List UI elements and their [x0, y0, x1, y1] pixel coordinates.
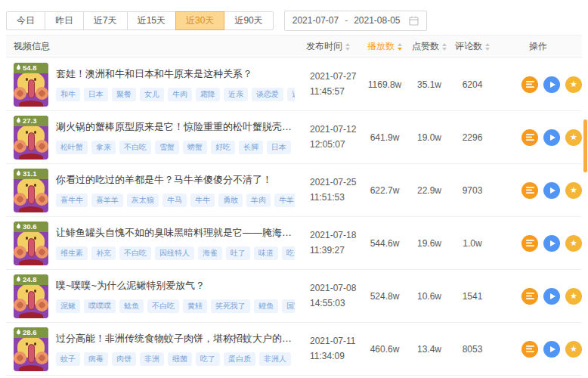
column-header-publish-time[interactable]: 发布时间 [295, 40, 361, 53]
video-tag[interactable]: 喜羊羊 [91, 194, 123, 207]
video-tag[interactable]: 维生素 [56, 246, 88, 260]
video-tag[interactable]: 日本 [84, 88, 108, 101]
play-video-button[interactable] [543, 76, 560, 93]
video-tag[interactable]: 聚餐 [112, 88, 136, 101]
quick-range-7d[interactable]: 近7天 [83, 11, 128, 30]
play-video-button[interactable] [543, 341, 560, 358]
data-detail-button[interactable] [521, 288, 538, 305]
video-tag[interactable]: 非洲人 [259, 352, 291, 366]
video-tag[interactable]: 非洲 [140, 352, 164, 366]
favorite-button[interactable]: ★ [565, 235, 582, 252]
video-tag[interactable]: 肉饼 [112, 352, 136, 366]
video-tag[interactable]: 雪蟹 [155, 141, 179, 154]
video-tag[interactable]: 螃蟹 [183, 141, 207, 154]
favorite-button[interactable]: ★ [565, 182, 582, 199]
video-thumbnail[interactable]: 27.3 [14, 116, 48, 160]
video-title[interactable]: 噗~噗噗~为什么泥鳅特别爱放气？ [56, 279, 295, 293]
video-tag[interactable]: 长脚 [239, 141, 263, 154]
video-tag[interactable]: 黄鳝 [183, 299, 207, 313]
video-tag[interactable]: 蛋白质 [224, 352, 255, 366]
video-title[interactable]: 让鲱鱼罐头自愧不如的臭味黑暗料理就是它——腌海雀！ [56, 226, 295, 240]
video-tag[interactable]: 羊肉 [246, 194, 271, 207]
video-tag[interactable]: 近亲结婚 [287, 88, 295, 101]
play-video-button[interactable] [543, 182, 560, 199]
date-range-picker[interactable]: 2021-07-07 - 2021-08-05 [284, 11, 427, 31]
video-tag[interactable]: 牛牛 [190, 194, 215, 207]
video-tag[interactable]: 细菌 [168, 352, 192, 366]
data-detail-button[interactable] [521, 235, 538, 252]
video-tag[interactable]: 噗噗噗 [84, 299, 116, 313]
quick-range-15d[interactable]: 近15天 [127, 11, 176, 30]
video-tag[interactable]: 吐了 [226, 246, 250, 260]
quick-range-yesterday[interactable]: 昨日 [45, 11, 84, 30]
favorite-button[interactable]: ★ [565, 76, 582, 93]
video-thumbnail[interactable]: 24.8 [14, 274, 48, 318]
data-detail-button[interactable] [521, 76, 538, 93]
video-tag[interactable]: 鲶鱼 [119, 299, 144, 313]
video-title[interactable]: 套娃！澳洲和牛和日本和牛原来是这种关系？ [56, 67, 295, 81]
calendar-icon[interactable] [409, 16, 419, 26]
video-tag[interactable]: 牛羊 [274, 194, 295, 207]
data-detail-button[interactable] [521, 182, 538, 199]
sort-carets-icon[interactable] [345, 43, 350, 51]
video-tag[interactable]: 不白吃 [119, 246, 151, 260]
favorite-button[interactable]: ★ [565, 288, 582, 305]
video-tag[interactable]: 补充 [91, 246, 116, 260]
video-tag[interactable]: 海雀 [198, 246, 222, 260]
favorite-button[interactable]: ★ [565, 341, 582, 358]
video-tag[interactable]: 日本 [267, 141, 291, 154]
play-icon [550, 135, 556, 141]
video-title[interactable]: 你看过的吃过的羊都是牛？马牛羊傻傻分不清了！ [56, 173, 295, 187]
publish-time: 11:39:27 [310, 243, 361, 258]
video-tag[interactable]: 谈恋爱 [252, 88, 283, 101]
video-tag[interactable]: 和牛 [56, 88, 80, 101]
publish-time: 11:45:57 [310, 85, 361, 99]
quick-range-30d[interactable]: 近30天 [175, 11, 224, 30]
video-tag[interactable]: 味道 [254, 246, 278, 260]
sort-carets-icon[interactable] [442, 43, 447, 51]
video-tag[interactable]: 因纽特人 [155, 246, 194, 260]
video-tag[interactable]: 好吃 [211, 141, 235, 154]
column-header-plays[interactable]: 播放数 [361, 40, 408, 53]
video-title[interactable]: 过分高能！非洲传统食物蚊子肉饼，堪称招蚊大户的翻身菜！ [56, 332, 295, 345]
video-tag[interactable]: 牛肉 [168, 88, 192, 101]
play-video-button[interactable] [543, 235, 560, 252]
quick-range-today[interactable]: 今日 [6, 11, 45, 30]
data-detail-button[interactable] [521, 129, 538, 146]
video-tag[interactable]: 病毒 [84, 352, 108, 366]
video-tag[interactable]: 勇敢 [218, 194, 243, 207]
video-tag[interactable]: 不白吃 [147, 299, 179, 313]
video-tag[interactable]: 笑死我了 [211, 299, 250, 313]
data-detail-button[interactable] [521, 341, 538, 358]
video-tag[interactable]: 泥鳅 [56, 299, 80, 313]
video-thumbnail[interactable]: 28.6 [14, 327, 48, 371]
video-tag[interactable]: 鲤鱼 [254, 299, 278, 313]
favorite-button[interactable]: ★ [565, 129, 582, 146]
column-header-comments[interactable]: 评论数 [450, 40, 494, 53]
video-tag[interactable]: 牛马 [162, 194, 187, 207]
sort-carets-icon[interactable] [485, 43, 490, 51]
vertical-scrollbar-thumb[interactable] [583, 119, 587, 172]
plays-count: 524.8w [361, 291, 408, 302]
video-thumbnail[interactable]: 54.8 [14, 63, 48, 107]
play-video-button[interactable] [543, 129, 560, 146]
video-tag[interactable]: 喜牛牛 [56, 194, 88, 207]
video-tag[interactable]: 拿来 [91, 141, 116, 154]
video-thumbnail[interactable]: 31.1 [14, 169, 48, 212]
video-tag[interactable]: 松叶蟹 [56, 141, 88, 154]
video-title[interactable]: 涮火锅的蟹棒原型原来是它！惊险重重的松叶蟹脱壳之旅~ [56, 120, 295, 134]
sort-carets-icon[interactable] [398, 43, 402, 51]
video-tag[interactable]: 近亲 [224, 88, 248, 101]
video-tag[interactable]: 女儿 [140, 88, 164, 101]
video-tag[interactable]: 不白吃 [119, 141, 151, 154]
video-tag[interactable]: 国宝 [282, 299, 295, 313]
video-tag[interactable]: 蚊子 [56, 352, 80, 366]
column-header-likes[interactable]: 点赞数 [408, 40, 450, 53]
video-tag[interactable]: 吃饭 [282, 246, 295, 260]
quick-range-90d[interactable]: 近90天 [224, 11, 273, 30]
video-thumbnail[interactable]: 30.6 [14, 222, 48, 265]
play-video-button[interactable] [543, 288, 560, 305]
video-tag[interactable]: 吃了 [196, 352, 220, 366]
video-tag[interactable]: 霜降 [196, 88, 220, 101]
video-tag[interactable]: 灰太狼 [127, 194, 159, 207]
